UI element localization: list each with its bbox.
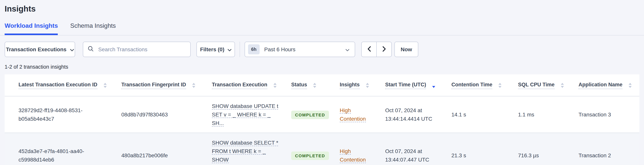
column-header-label[interactable]: Status xyxy=(291,82,307,89)
cell-transaction-execution: SHOW database UPDATE t SET v = _ WHERE k… xyxy=(212,96,291,133)
table-row: 452da3e7-e7fa-4801-aa40-c59988d14eb6 480… xyxy=(4,133,640,165)
column-header-status: Status xyxy=(291,74,340,96)
search-input[interactable] xyxy=(98,46,186,53)
start-time-clock: 13:44:07.447 UTC xyxy=(385,155,444,164)
column-header-execution-id: Latest Transaction Execution ID xyxy=(4,74,121,96)
cell-contention-time: 21.3 s xyxy=(452,133,518,165)
column-header-sql-cpu-time: SQL CPU Time xyxy=(518,74,578,96)
sort-icon[interactable] xyxy=(192,83,195,88)
status-badge: COMPLETED xyxy=(291,110,329,119)
filters-button[interactable]: Filters (0) xyxy=(196,42,235,57)
column-header-label[interactable]: Latest Transaction Execution ID xyxy=(18,82,98,89)
cell-start-time: Oct 07, 2024 at 13:44:07.447 UTC xyxy=(385,133,452,165)
transaction-execution-link[interactable]: SHOW database SELECT * xyxy=(212,139,278,146)
column-header-transaction-execution: Transaction Execution xyxy=(212,74,291,96)
column-header-label[interactable]: Transaction Fingerprint ID xyxy=(121,82,186,89)
cell-fingerprint-id: 08d8b7d97f830463 xyxy=(121,96,212,133)
insight-high-contention-link[interactable]: High Contention xyxy=(340,148,366,163)
time-range-badge: 6h xyxy=(248,44,260,54)
results-count: 1-2 of 2 transaction insights xyxy=(4,64,640,70)
sort-icon[interactable] xyxy=(366,83,369,88)
column-header-label[interactable]: Transaction Execution xyxy=(212,82,267,89)
transaction-execution-link[interactable]: SET v = _ WHERE k = _ SH... xyxy=(212,111,270,126)
transaction-execution-link[interactable]: FROM t WHERE k = _ SHOW xyxy=(212,148,266,163)
execution-type-dropdown-label: Transaction Executions xyxy=(6,46,66,52)
start-time-date: Oct 07, 2024 at xyxy=(385,106,444,114)
page-title: Insights xyxy=(4,5,644,13)
chevron-right-icon xyxy=(382,46,386,53)
now-button[interactable]: Now xyxy=(394,42,418,57)
column-header-fingerprint-id: Transaction Fingerprint ID xyxy=(121,74,212,96)
cell-insights: High Contention xyxy=(340,133,385,165)
cell-execution-id: 452da3e7-e7fa-4801-aa40-c59988d14eb6 xyxy=(4,133,121,165)
column-header-label[interactable]: Contention Time xyxy=(452,82,492,89)
sort-icon[interactable] xyxy=(561,83,564,88)
tab-bar: Workload Insights Schema Insights xyxy=(0,23,644,36)
transaction-execution-link[interactable]: SHOW database UPDATE t xyxy=(212,103,278,109)
time-range-pager xyxy=(361,42,392,57)
sort-icon[interactable] xyxy=(104,83,107,88)
column-header-contention-time: Contention Time xyxy=(452,74,518,96)
sort-icon[interactable] xyxy=(313,83,316,88)
cell-execution-id: 328729d2-ff19-4408-8531-b05a5b4e43c7 xyxy=(4,96,121,133)
chevron-down-icon xyxy=(228,46,231,52)
tab-schema-insights[interactable]: Schema Insights xyxy=(70,23,116,35)
sort-icon[interactable] xyxy=(274,83,276,88)
column-header-start-time: Start Time (UTC) xyxy=(385,74,452,96)
cell-sql-cpu-time: 716.3 µs xyxy=(518,133,578,165)
table-header-row: Latest Transaction Execution ID Transact… xyxy=(4,74,640,96)
cell-start-time: Oct 07, 2024 at 13:44:14.4414 UTC xyxy=(385,96,452,133)
time-range-label: Past 6 Hours xyxy=(264,46,296,52)
chevron-down-icon xyxy=(70,46,74,52)
previous-time-range-button[interactable] xyxy=(361,42,377,57)
time-range-picker[interactable]: 6h Past 6 Hours xyxy=(244,42,355,57)
column-header-label[interactable]: Start Time (UTC) xyxy=(385,82,426,89)
sort-icon-active-desc[interactable] xyxy=(432,83,436,88)
cell-application-name: Transaction 3 xyxy=(578,96,640,133)
chevron-left-icon xyxy=(367,46,371,53)
status-badge: COMPLETED xyxy=(291,151,329,160)
search-box[interactable] xyxy=(83,42,191,57)
start-time-date: Oct 07, 2024 at xyxy=(385,147,444,155)
tab-workload-insights[interactable]: Workload Insights xyxy=(4,23,58,35)
cell-contention-time: 14.1 s xyxy=(452,96,518,133)
table-row: 328729d2-ff19-4408-8531-b05a5b4e43c7 08d… xyxy=(4,96,640,133)
search-icon xyxy=(88,46,94,53)
controls-divider xyxy=(240,42,240,57)
insights-table-card: Latest Transaction Execution ID Transact… xyxy=(4,74,640,165)
column-header-label[interactable]: Application Name xyxy=(578,82,622,89)
insights-table: Latest Transaction Execution ID Transact… xyxy=(4,74,640,165)
chevron-down-icon xyxy=(346,46,349,53)
cell-sql-cpu-time: 1.1 ms xyxy=(518,96,578,133)
sort-icon[interactable] xyxy=(628,83,632,88)
cell-status: COMPLETED xyxy=(291,96,340,133)
column-header-label[interactable]: Insights xyxy=(340,82,360,89)
column-header-application-name: Application Name xyxy=(578,74,640,96)
start-time-clock: 13:44:14.4414 UTC xyxy=(385,114,444,123)
cell-status: COMPLETED xyxy=(291,133,340,165)
next-time-range-button[interactable] xyxy=(376,42,392,57)
cell-fingerprint-id: 480a8b217be006fe xyxy=(121,133,212,165)
execution-type-dropdown[interactable]: Transaction Executions xyxy=(4,42,75,57)
filters-button-label: Filters (0) xyxy=(200,46,224,52)
column-header-insights: Insights xyxy=(340,74,385,96)
sort-icon[interactable] xyxy=(498,83,502,88)
cell-insights: High Contention xyxy=(340,96,385,133)
insight-high-contention-link[interactable]: High Contention xyxy=(340,107,366,122)
cell-application-name: Transaction 2 xyxy=(578,133,640,165)
column-header-label[interactable]: SQL CPU Time xyxy=(518,82,555,89)
controls-bar: Transaction Executions Filters (0) 6h Pa… xyxy=(4,42,640,57)
insights-page: Insights Workload Insights Schema Insigh… xyxy=(0,0,644,165)
cell-transaction-execution: SHOW database SELECT * FROM t WHERE k = … xyxy=(212,133,291,165)
